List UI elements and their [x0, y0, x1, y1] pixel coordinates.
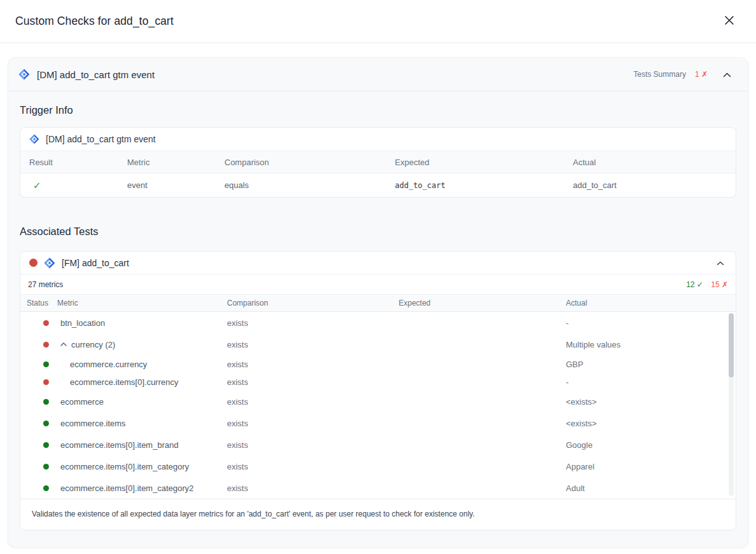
dm-card-header[interactable]: [DM] add_to_cart gtm event Tests Summary… — [8, 58, 748, 91]
comparison-value: exists — [227, 377, 399, 387]
status-dot-fail — [43, 320, 49, 326]
metric-name: ecommerce.items[0].item_category2 — [60, 483, 194, 493]
column-header: Result — [29, 158, 127, 167]
metric-name: ecommerce — [60, 397, 104, 407]
trigger-table-row: ✓ event equals add_to_cart add_to_cart — [20, 173, 736, 197]
comparison-value: exists — [227, 360, 399, 369]
comparison-value: exists — [227, 419, 399, 428]
fm-card-title: [FM] add_to_cart — [62, 258, 129, 268]
actual-value: - — [566, 318, 736, 328]
metric-name: ecommerce.currency — [70, 360, 147, 369]
metrics-summary-row: 27 metrics 12 ✓ 15 ✗ — [20, 274, 736, 295]
status-dot-pass — [43, 485, 49, 491]
comparison-value: exists — [227, 340, 399, 349]
close-button[interactable] — [720, 11, 738, 31]
fm-card-header[interactable]: [FM] add_to_cart — [20, 252, 736, 274]
dm-card-content: Trigger Info [DM] add_to_cart gtm event … — [8, 104, 748, 547]
dm-collapse-button[interactable] — [720, 67, 734, 82]
column-header: Status — [27, 299, 57, 307]
dm-test-card: [DM] add_to_cart gtm event Tests Summary… — [8, 57, 748, 548]
metric-row: ecommerce.currencyexistsGBP — [20, 355, 736, 373]
close-icon — [724, 15, 734, 27]
column-header: Comparison — [224, 158, 395, 167]
comparison-value: exists — [227, 462, 399, 471]
metric-row: ecommerce.items[0].item_category2existsA… — [20, 477, 736, 499]
status-dot-fail — [43, 379, 49, 385]
metrics-table-header: Status Metric Comparison Expected Actual — [20, 295, 736, 312]
trigger-table-title-row: [DM] add_to_cart gtm event — [20, 128, 736, 151]
test-status-dot-fail — [29, 259, 38, 267]
actual-value: <exists> — [566, 419, 736, 428]
gtm-tag-icon — [44, 257, 55, 269]
metric-row: ecommerce.items[0].item_categoryexistsAp… — [20, 456, 736, 477]
metric-row: ecommerceexists<exists> — [20, 391, 736, 412]
actual-value: Multiple values — [566, 340, 736, 349]
column-header: Comparison — [227, 299, 399, 307]
dm-card-title: [DM] add_to_cart gtm event — [37, 69, 155, 80]
check-icon: ✓ — [29, 180, 41, 191]
actual-value: - — [566, 377, 736, 387]
comparison-value: exists — [227, 483, 399, 493]
trigger-expected: add_to_cart — [395, 181, 573, 190]
comparison-value: exists — [227, 397, 399, 407]
metric-row[interactable]: currency (2)existsMultiple values — [20, 334, 736, 355]
trigger-table-header: Result Metric Comparison Expected Actual — [20, 151, 736, 173]
metric-row: ecommerce.items[0].item_brandexistsGoogl… — [20, 434, 736, 456]
chevron-up-icon — [723, 70, 731, 79]
column-header: Actual — [573, 158, 736, 167]
status-dot-fail — [43, 342, 49, 348]
trigger-info-table: [DM] add_to_cart gtm event Result Metric… — [20, 127, 736, 198]
page-title: Custom Checks for add_to_cart — [15, 15, 174, 28]
metric-name: btn_location — [60, 318, 105, 328]
actual-value: Apparel — [566, 462, 736, 471]
metric-name: ecommerce.items[0].currency — [70, 377, 179, 387]
column-header: Metric — [127, 158, 224, 167]
trigger-info-heading: Trigger Info — [20, 104, 736, 116]
metrics-count: 27 metrics — [28, 280, 63, 289]
pass-count: 12 ✓ — [686, 280, 703, 289]
column-header: Expected — [399, 299, 566, 307]
metric-row: ecommerce.itemsexists<exists> — [20, 412, 736, 434]
metric-name: ecommerce.items[0].item_category — [60, 462, 189, 471]
status-dot-pass — [43, 464, 49, 470]
fm-collapse-button[interactable] — [714, 255, 727, 270]
test-description: Validates the existence of all expected … — [20, 499, 736, 530]
tests-summary-label: Tests Summary — [633, 70, 686, 79]
metrics-table-body: btn_locationexists-currency (2)existsMul… — [20, 312, 736, 499]
gtm-tag-icon — [29, 134, 39, 144]
collapse-chevron-icon[interactable] — [60, 342, 67, 346]
actual-value: GBP — [566, 360, 736, 369]
status-dot-pass — [43, 421, 49, 426]
column-header: Expected — [395, 158, 573, 167]
modal-header: Custom Checks for add_to_cart — [0, 0, 756, 43]
actual-value: <exists> — [566, 397, 736, 407]
actual-value: Adult — [566, 483, 736, 493]
comparison-value: exists — [227, 440, 399, 450]
associated-tests-heading: Associated Tests — [20, 226, 736, 238]
column-header: Metric — [57, 299, 227, 307]
metric-row: btn_locationexists- — [20, 312, 736, 334]
trigger-actual: add_to_cart — [573, 180, 736, 190]
status-dot-pass — [43, 442, 49, 448]
metric-name: ecommerce.items — [60, 419, 126, 428]
metric-name: currency (2) — [71, 340, 115, 349]
tests-summary-fail-count: 1 ✗ — [695, 70, 708, 79]
fm-test-card: [FM] add_to_cart 27 metrics 12 ✓ 15 ✗ St… — [20, 251, 736, 530]
actual-value: Google — [566, 440, 736, 450]
trigger-metric: event — [127, 180, 224, 190]
metric-row: ecommerce.items[0].currencyexists- — [20, 373, 736, 391]
scrollbar-thumb[interactable] — [729, 313, 734, 377]
trigger-comparison: equals — [224, 180, 395, 190]
status-dot-pass — [43, 361, 49, 367]
comparison-value: exists — [227, 318, 399, 328]
fail-count: 15 ✗ — [711, 280, 728, 289]
metric-name: ecommerce.items[0].item_brand — [60, 440, 179, 450]
column-header: Actual — [566, 299, 736, 307]
status-dot-pass — [43, 399, 49, 405]
chevron-up-icon — [717, 258, 724, 267]
gtm-tag-icon — [18, 69, 30, 80]
trigger-table-title: [DM] add_to_cart gtm event — [46, 134, 156, 144]
